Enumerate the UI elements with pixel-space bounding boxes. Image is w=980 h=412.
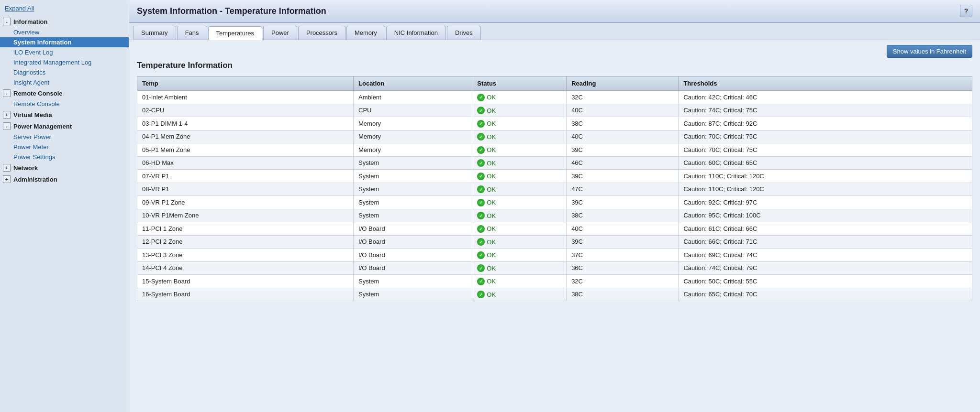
cell-thresholds: Caution: 70C; Critical: 75C — [679, 130, 972, 143]
cell-status: ✓OK — [472, 183, 567, 196]
cell-status: ✓OK — [472, 235, 567, 249]
cell-temp: 11-PCI 1 Zone — [137, 222, 354, 236]
status-ok-indicator: ✓OK — [477, 159, 496, 167]
tab-summary[interactable]: Summary — [133, 26, 176, 40]
status-text: OK — [487, 173, 496, 180]
ok-icon: ✓ — [477, 238, 485, 246]
ok-icon: ✓ — [477, 146, 485, 154]
cell-reading: 39C — [567, 235, 679, 249]
sidebar-item-remote-console[interactable]: Remote Console — [0, 99, 129, 109]
cell-location: Memory — [354, 143, 472, 157]
cell-status: ✓OK — [472, 288, 567, 301]
cell-reading: 40C — [567, 104, 679, 117]
status-ok-indicator: ✓OK — [477, 225, 496, 233]
cell-reading: 32C — [567, 275, 679, 288]
table-row: 11-PCI 1 ZoneI/O Board✓OK40CCaution: 61C… — [137, 222, 972, 236]
sidebar-item-system-information[interactable]: System Information — [0, 37, 129, 47]
status-ok-indicator: ✓OK — [477, 238, 496, 246]
status-text: OK — [487, 120, 496, 127]
sidebar-section-information[interactable]: -Information — [0, 16, 129, 27]
col-header-status: Status — [472, 76, 567, 91]
tab-memory[interactable]: Memory — [346, 26, 385, 40]
sidebar-item-overview[interactable]: Overview — [0, 27, 129, 37]
sidebar-section-administration[interactable]: +Administration — [0, 173, 129, 185]
ok-icon: ✓ — [477, 133, 485, 141]
table-row: 10-VR P1Mem ZoneSystem✓OK38CCaution: 95C… — [137, 209, 972, 222]
table-row: 02-CPUCPU✓OK40CCaution: 74C; Critical: 7… — [137, 104, 972, 117]
status-text: OK — [487, 146, 496, 153]
cell-temp: 09-VR P1 Zone — [137, 196, 354, 209]
ok-icon: ✓ — [477, 212, 485, 219]
tab-temperatures[interactable]: Temperatures — [208, 26, 262, 40]
cell-thresholds: Caution: 74C; Critical: 79C — [679, 261, 972, 275]
status-text: OK — [487, 94, 496, 101]
sidebar-section-power-management[interactable]: -Power Management — [0, 120, 129, 132]
status-ok-indicator: ✓OK — [477, 120, 496, 128]
sidebar-section-remote-console[interactable]: -Remote Console — [0, 87, 129, 99]
sidebar-item-power-settings[interactable]: Power Settings — [0, 152, 129, 162]
cell-reading: 37C — [567, 249, 679, 262]
sidebar: Expand All -InformationOverviewSystem In… — [0, 0, 129, 412]
cell-temp: 01-Inlet Ambient — [137, 91, 354, 104]
fahrenheit-button[interactable]: Show values in Fahrenheit — [887, 45, 972, 58]
status-text: OK — [487, 225, 496, 232]
sidebar-section-label-network: Network — [13, 164, 38, 172]
sidebar-item-power-meter[interactable]: Power Meter — [0, 142, 129, 152]
sidebar-item-diagnostics[interactable]: Diagnostics — [0, 67, 129, 77]
tab-power[interactable]: Power — [263, 26, 297, 40]
ok-icon: ✓ — [477, 107, 485, 114]
help-button[interactable]: ? — [960, 5, 972, 17]
sidebar-item-ilo-event-log[interactable]: iLO Event Log — [0, 47, 129, 57]
status-text: OK — [487, 212, 496, 219]
cell-temp: 15-System Board — [137, 275, 354, 288]
sidebar-section-label-power-management: Power Management — [13, 123, 72, 130]
ok-icon: ✓ — [477, 278, 485, 285]
ok-icon: ✓ — [477, 225, 485, 233]
sidebar-section-network[interactable]: +Network — [0, 162, 129, 173]
tab-nic-information[interactable]: NIC Information — [386, 26, 446, 40]
ok-icon: ✓ — [477, 199, 485, 206]
expand-all-link[interactable]: Expand All — [0, 3, 129, 16]
cell-status: ✓OK — [472, 222, 567, 236]
cell-temp: 05-P1 Mem Zone — [137, 143, 354, 157]
col-header-thresholds: Thresholds — [679, 76, 972, 91]
cell-status: ✓OK — [472, 143, 567, 157]
cell-location: I/O Board — [354, 222, 472, 236]
cell-reading: 39C — [567, 170, 679, 183]
status-ok-indicator: ✓OK — [477, 264, 496, 272]
cell-location: System — [354, 170, 472, 183]
sidebar-section-virtual-media[interactable]: +Virtual Media — [0, 109, 129, 120]
status-ok-indicator: ✓OK — [477, 146, 496, 154]
table-row: 08-VR P1System✓OK47CCaution: 110C; Criti… — [137, 183, 972, 196]
cell-temp: 04-P1 Mem Zone — [137, 130, 354, 143]
table-row: 12-PCI 2 ZoneI/O Board✓OK39CCaution: 66C… — [137, 235, 972, 249]
ok-icon: ✓ — [477, 94, 485, 101]
cell-location: Ambient — [354, 91, 472, 104]
table-row: 09-VR P1 ZoneSystem✓OK39CCaution: 92C; C… — [137, 196, 972, 209]
cell-status: ✓OK — [472, 130, 567, 143]
cell-temp: 06-HD Max — [137, 156, 354, 170]
tab-drives[interactable]: Drives — [447, 26, 481, 40]
cell-status: ✓OK — [472, 249, 567, 262]
cell-status: ✓OK — [472, 196, 567, 209]
table-row: 03-P1 DIMM 1-4Memory✓OK38CCaution: 87C; … — [137, 117, 972, 130]
sidebar-item-server-power[interactable]: Server Power — [0, 132, 129, 142]
cell-location: System — [354, 156, 472, 170]
status-ok-indicator: ✓OK — [477, 251, 496, 259]
cell-status: ✓OK — [472, 104, 567, 117]
table-row: 06-HD MaxSystem✓OK46CCaution: 60C; Criti… — [137, 156, 972, 170]
tab-fans[interactable]: Fans — [177, 26, 207, 40]
sidebar-item-insight-agent[interactable]: Insight Agent — [0, 77, 129, 87]
status-ok-indicator: ✓OK — [477, 173, 496, 180]
ok-icon: ✓ — [477, 173, 485, 180]
cell-location: System — [354, 275, 472, 288]
cell-reading: 38C — [567, 117, 679, 130]
sidebar-item-integrated-management-log[interactable]: Integrated Management Log — [0, 57, 129, 67]
sidebar-section-label-administration: Administration — [13, 176, 57, 183]
cell-location: System — [354, 288, 472, 301]
cell-status: ✓OK — [472, 275, 567, 288]
cell-status: ✓OK — [472, 261, 567, 275]
cell-thresholds: Caution: 74C; Critical: 75C — [679, 104, 972, 117]
tab-processors[interactable]: Processors — [298, 26, 345, 40]
table-row: 07-VR P1System✓OK39CCaution: 110C; Criti… — [137, 170, 972, 183]
